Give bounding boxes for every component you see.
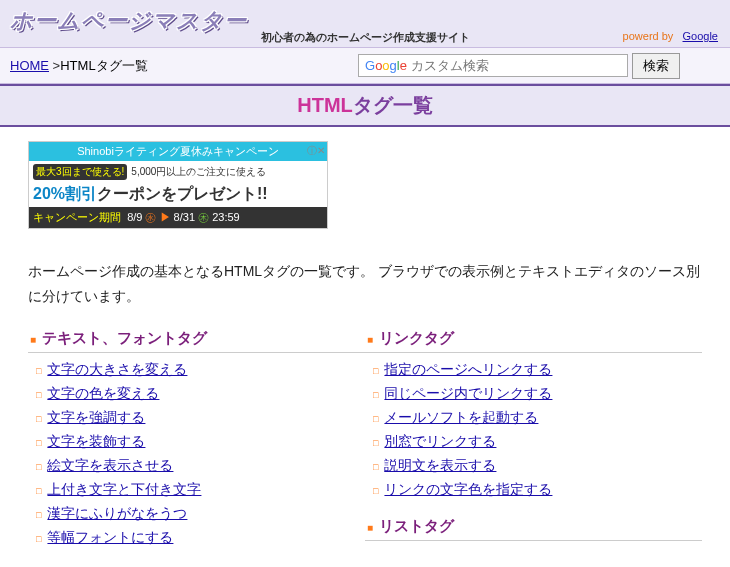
right-column: リンクタグ 指定のページへリンクする同じページ内でリンクするメールソフトを起動す…: [365, 327, 702, 563]
powered-by: powerd by Google: [623, 30, 718, 42]
breadcrumb: HOME >HTMLタグ一覧: [10, 57, 148, 75]
content: ⓘ✕ Shinobiライティング夏休みキャンペーン 最大3回まで使える!5,00…: [0, 127, 730, 567]
search-box[interactable]: Google: [358, 54, 628, 77]
list-link[interactable]: 指定のページへリンクする: [384, 361, 552, 377]
list-link[interactable]: 等幅フォントにする: [47, 529, 173, 545]
left-column: テキスト、フォントタグ 文字の大きさを変える文字の色を変える文字を強調する文字を…: [28, 327, 365, 563]
section-heading-list: リストタグ: [365, 515, 702, 541]
list-link[interactable]: 文字の色を変える: [47, 385, 159, 401]
list-item: 上付き文字と下付き文字: [36, 481, 365, 499]
ad-close-icon[interactable]: ⓘ✕: [307, 144, 325, 158]
list-item: 同じページ内でリンクする: [373, 385, 702, 403]
list-item: 絵文字を表示させる: [36, 457, 365, 475]
list-link[interactable]: 説明文を表示する: [384, 457, 496, 473]
section-heading-text: テキスト、フォントタグ: [28, 327, 365, 353]
ad-main: 20%割引クーポンをプレゼント!!: [29, 182, 327, 207]
list-link[interactable]: 文字の大きさを変える: [47, 361, 187, 377]
lists: テキスト、フォントタグ 文字の大きさを変える文字の色を変える文字を強調する文字を…: [28, 327, 702, 563]
search-input[interactable]: [411, 58, 621, 73]
list-link[interactable]: 漢字にふりがなをうつ: [47, 505, 187, 521]
intro-text: ホームページ作成の基本となるHTMLタグの一覧です。 ブラウザでの表示例とテキス…: [28, 259, 702, 309]
powered-link[interactable]: Google: [683, 30, 718, 42]
list-item: 説明文を表示する: [373, 457, 702, 475]
tagline: 初心者の為のホームページ作成支援サイト: [261, 30, 470, 45]
list-link[interactable]: 文字を装飾する: [47, 433, 145, 449]
list-item: 漢字にふりがなをうつ: [36, 505, 365, 523]
google-logo: Google: [365, 58, 407, 73]
ad-mid: 最大3回まで使える!5,000円以上のご注文に使える: [29, 161, 327, 182]
search-button[interactable]: 検索: [632, 53, 680, 79]
breadcrumb-row: HOME >HTMLタグ一覧 Google 検索: [0, 48, 730, 84]
page-title: HTMLタグ一覧: [0, 92, 730, 119]
breadcrumb-current: HTMLタグ一覧: [60, 58, 147, 73]
list-link[interactable]: 同じページ内でリンクする: [384, 385, 552, 401]
list-link[interactable]: 上付き文字と下付き文字: [47, 481, 201, 497]
list-link[interactable]: リンクの文字色を指定する: [384, 481, 552, 497]
search: Google 検索: [358, 53, 680, 79]
page-title-bar: HTMLタグ一覧: [0, 84, 730, 127]
list-item: 別窓でリンクする: [373, 433, 702, 451]
header: ホームページマスター 初心者の為のホームページ作成支援サイト powerd by…: [0, 0, 730, 48]
ad-top: Shinobiライティング夏休みキャンペーン: [29, 142, 327, 161]
list-item: リンクの文字色を指定する: [373, 481, 702, 499]
list-item: メールソフトを起動する: [373, 409, 702, 427]
list-item: 文字を強調する: [36, 409, 365, 427]
list-item: 指定のページへリンクする: [373, 361, 702, 379]
list-item: 等幅フォントにする: [36, 529, 365, 547]
ad-bottom: キャンペーン期間 8/9 ㊌ ▶ 8/31 ㊍ 23:59: [29, 207, 327, 228]
list-link[interactable]: 絵文字を表示させる: [47, 457, 173, 473]
ad-banner[interactable]: ⓘ✕ Shinobiライティング夏休みキャンペーン 最大3回まで使える!5,00…: [28, 141, 328, 229]
list-item: 文字を装飾する: [36, 433, 365, 451]
list-item: 文字の大きさを変える: [36, 361, 365, 379]
list-link[interactable]: 別窓でリンクする: [384, 433, 496, 449]
list-link[interactable]: メールソフトを起動する: [384, 409, 538, 425]
list-item: 文字の色を変える: [36, 385, 365, 403]
section-heading-link: リンクタグ: [365, 327, 702, 353]
breadcrumb-home[interactable]: HOME: [10, 58, 49, 73]
list-link[interactable]: 文字を強調する: [47, 409, 145, 425]
